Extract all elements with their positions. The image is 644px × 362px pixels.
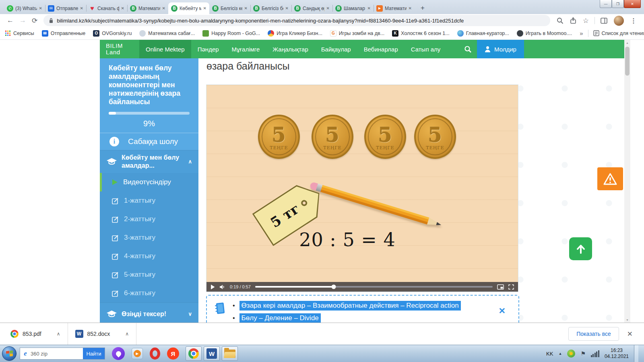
taskbar-clock[interactable]: 16:23 04.12.2021: [605, 348, 629, 360]
new-tab-button[interactable]: +: [417, 2, 428, 14]
start-button[interactable]: [2, 346, 17, 361]
profile-avatar[interactable]: [614, 16, 624, 26]
report-problem-button[interactable]: [597, 167, 623, 190]
bookmark-matematika[interactable]: Математика сабағ...: [139, 30, 195, 37]
download-menu-chevron[interactable]: ∧: [57, 331, 60, 337]
bookmark-curator[interactable]: Главная-куратор...: [457, 30, 509, 37]
scrollbar-up-arrow[interactable]: ▲: [624, 40, 630, 46]
antivirus-tray-icon[interactable]: [567, 350, 575, 358]
nav-online-mektep[interactable]: Online Mektep: [139, 40, 191, 58]
download-item-pdf[interactable]: 853.pdf ∧: [6, 323, 64, 345]
window-minimize-button[interactable]: —: [600, 0, 612, 8]
action-center-flag-icon[interactable]: ⚑: [580, 350, 586, 357]
language-indicator[interactable]: KK: [546, 351, 553, 357]
tab-shamalar[interactable]: B Шамалар ара ✕: [332, 2, 374, 14]
nav-baiqaular[interactable]: Байқаулар: [315, 40, 357, 58]
sidebar-section-kobeitu[interactable]: Көбейту мен бөлу амалдар... ∧: [100, 150, 198, 173]
taskbar-search-box[interactable]: e 360 zip Найти: [20, 348, 105, 360]
tab-matematika[interactable]: B Математика, ✕: [127, 2, 168, 14]
bookmark-clicker[interactable]: Игра Кликер Бизн...: [268, 30, 322, 37]
bookmark-services[interactable]: Сервисы: [5, 30, 34, 36]
forward-button[interactable]: →: [19, 16, 26, 25]
back-button[interactable]: ←: [7, 16, 14, 25]
taskbar-chrome-button[interactable]: [186, 346, 202, 361]
tab-whatsapp[interactable]: ✆ (3) WhatsApp ✕: [4, 2, 45, 14]
bookmark-star-icon[interactable]: ☆: [583, 16, 589, 25]
taskbar-opera-icon[interactable]: [150, 348, 160, 360]
tab-belgisiz-bolin[interactable]: B Белгісіз бөлін ✕: [250, 2, 291, 14]
sidebar-item-video[interactable]: Видеотүсіндіру: [100, 173, 198, 191]
scrollbar-down-arrow[interactable]: ▼: [624, 317, 630, 323]
tab-close-icon[interactable]: ✕: [285, 6, 289, 10]
video-progress-thumb[interactable]: [331, 285, 336, 289]
bookmark-holostyak[interactable]: K Холостяк 6 сезон 1...: [392, 30, 450, 37]
volume-icon[interactable]: [219, 284, 225, 290]
network-signal-icon[interactable]: [591, 350, 599, 357]
bookmark-zombie-games[interactable]: G Игры зомби на дв...: [330, 30, 384, 37]
page-scrollbar[interactable]: ▲ ▼: [624, 40, 630, 323]
sidebar-section-self-check[interactable]: Өзіңді тексер! ∨: [100, 302, 198, 325]
sidebar-item-exercise-1[interactable]: 1-жаттығу: [100, 191, 198, 210]
taskbar-media-player-icon[interactable]: ▶: [132, 348, 143, 359]
nav-satyp-alu[interactable]: Сатып алу: [405, 40, 447, 58]
address-bar[interactable]: bilimland.kz/kk/subject/matematika/3-syn…: [43, 15, 550, 26]
bookmark-sent-mail[interactable]: ✉ Отправленные: [42, 30, 85, 37]
download-item-docx[interactable]: W 852.docx ∧: [71, 323, 133, 345]
browser-menu-icon[interactable]: ⋮: [630, 17, 637, 25]
nav-mugalimge[interactable]: Мұғалімге: [225, 40, 266, 58]
tab-close-icon[interactable]: ✕: [39, 6, 42, 10]
video-progress-bar[interactable]: [255, 286, 493, 288]
tab-sandyq[interactable]: B Сандық өрне ✕: [291, 2, 332, 14]
tab-close-icon[interactable]: ✕: [367, 6, 371, 10]
sidebar-item-overview[interactable]: i Сабаққа шолу: [100, 133, 198, 150]
reload-button[interactable]: ⟳: [32, 16, 37, 25]
tab-close-icon[interactable]: ✕: [80, 6, 83, 10]
bookmarks-overflow-button[interactable]: »: [580, 30, 583, 37]
taskbar-alice-icon[interactable]: [112, 347, 125, 360]
nav-vebinarlar[interactable]: Вебинарлар: [357, 40, 405, 58]
downloads-close-icon[interactable]: ✕: [627, 330, 633, 338]
scroll-to-top-button[interactable]: [569, 237, 592, 260]
nav-pander[interactable]: Пәндер: [191, 40, 225, 58]
tab-mail[interactable]: ✉ Отправленны ✕: [45, 2, 86, 14]
share-icon[interactable]: [570, 17, 576, 24]
sidebar-item-exercise-6[interactable]: 6-жаттығу: [100, 284, 198, 302]
taskbar-explorer-button[interactable]: [222, 346, 238, 361]
sidebar-item-exercise-3[interactable]: 3-жаттығу: [100, 228, 198, 247]
scrollbar-thumb[interactable]: [625, 47, 630, 76]
vocab-close-icon[interactable]: ✕: [498, 306, 506, 316]
picture-in-picture-icon[interactable]: [497, 284, 504, 290]
bilimland-logo[interactable]: BILIM Land: [100, 43, 139, 56]
taskbar-word-button[interactable]: W: [204, 346, 220, 361]
tab-close-icon[interactable]: ✕: [244, 6, 248, 10]
tab-close-icon[interactable]: ✕: [326, 6, 330, 10]
tab-close-icon[interactable]: ✕: [121, 6, 124, 10]
bookmark-ovgorskiy[interactable]: O OVGorskiy.ru: [93, 30, 132, 37]
nav-zhanalyqtar[interactable]: Жаңалықтар: [266, 40, 314, 58]
sidebar-item-exercise-5[interactable]: 5-жаттығу: [100, 265, 198, 284]
sidebar-item-exercise-2[interactable]: 2-жаттығу: [100, 210, 198, 228]
video-player[interactable]: 5 ТЕҢГЕ 5 ТЕҢГЕ 5 ТЕҢГЕ 5 ТЕҢГЕ: [206, 84, 518, 292]
tab-close-icon[interactable]: ✕: [162, 6, 165, 10]
taskbar-yandex-icon[interactable]: Я: [167, 348, 179, 360]
download-menu-chevron[interactable]: ∧: [125, 331, 129, 337]
play-button-icon[interactable]: [211, 284, 215, 290]
tab-kobeitu-active[interactable]: B Көбейту мен ✕: [168, 2, 209, 14]
tab-download[interactable]: ♥ Скачать файл ✕: [86, 2, 127, 14]
window-restore-button[interactable]: ❐: [612, 0, 624, 8]
fullscreen-icon[interactable]: [508, 284, 514, 290]
zoom-icon[interactable]: [557, 17, 564, 24]
show-all-downloads-button[interactable]: Показать все: [568, 327, 619, 341]
tray-expand-icon[interactable]: ▲: [558, 352, 562, 356]
bookmark-moomoo[interactable]: Играть в Moomoo....: [517, 30, 572, 37]
tab-close-icon[interactable]: ✕: [203, 6, 206, 10]
user-account-button[interactable]: Молдир: [477, 40, 524, 58]
taskbar-find-button[interactable]: Найти: [83, 348, 105, 359]
site-search-button[interactable]: [459, 40, 476, 58]
tab-matematikad[interactable]: ▶ Математикад ✕: [374, 2, 415, 14]
window-close-button[interactable]: ✕: [624, 0, 641, 8]
bookmark-happy-room[interactable]: Happy Room - GoG...: [202, 30, 260, 37]
tab-belgisiz-kobe[interactable]: B Белгісіз көбе ✕: [209, 2, 250, 14]
sidebar-item-exercise-4[interactable]: 4-жаттығу: [100, 247, 198, 265]
tab-close-icon[interactable]: ✕: [409, 6, 412, 10]
